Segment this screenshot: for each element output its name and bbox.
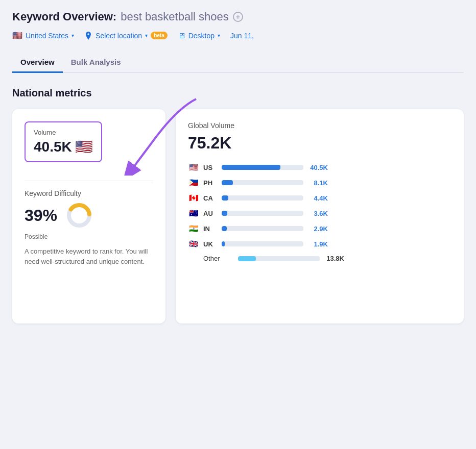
ca-code: CA	[203, 194, 218, 202]
ph-value: 8.1K	[307, 179, 328, 187]
country-row-au: 🇦🇺 AU 3.6K	[188, 209, 451, 218]
country-row-other: Other 13.8K	[188, 255, 451, 262]
country-row-ca: 🇨🇦 CA 4.4K	[188, 193, 451, 203]
us-flag: 🇺🇸	[188, 163, 199, 172]
au-bar-fill	[222, 211, 227, 216]
ca-bar-bg	[222, 195, 303, 201]
uk-value: 1.9K	[307, 240, 328, 248]
volume-card: Volume 40.5K 🇺🇸 Keyword Difficulty 39% P…	[12, 109, 165, 323]
other-bar-bg	[238, 256, 320, 261]
global-volume-title: Global Volume	[188, 121, 451, 130]
tabs-bar: Overview Bulk Analysis	[12, 53, 464, 73]
us-bar-fill	[222, 165, 280, 170]
country-row-ph: 🇵🇭 PH 8.1K	[188, 178, 451, 187]
other-bar-fill	[238, 256, 256, 261]
uk-bar-fill	[222, 241, 225, 246]
us-code: US	[203, 164, 218, 171]
beta-badge: beta	[151, 32, 168, 39]
us-value: 40.5K	[307, 164, 328, 171]
global-volume-value: 75.2K	[188, 134, 451, 153]
country-label: United States	[26, 32, 68, 40]
device-filter[interactable]: 🖥 Desktop ▾	[178, 31, 220, 40]
volume-label: Volume	[34, 129, 93, 136]
ca-flag: 🇨🇦	[188, 193, 199, 203]
ph-bar-fill	[222, 180, 233, 185]
au-code: AU	[203, 210, 218, 217]
kd-donut-chart	[65, 202, 93, 229]
ph-code: PH	[203, 179, 218, 187]
date-label: Jun 11,	[230, 32, 254, 40]
uk-bar-bg	[222, 241, 303, 246]
volume-number: 40.5K	[34, 139, 72, 155]
au-flag: 🇦🇺	[188, 209, 199, 218]
title-prefix: Keyword Overview:	[12, 10, 116, 23]
volume-box: Volume 40.5K 🇺🇸	[25, 121, 102, 162]
desktop-icon: 🖥	[178, 31, 185, 40]
device-label: Desktop	[188, 32, 215, 40]
in-code: IN	[203, 225, 218, 233]
add-keyword-icon[interactable]: +	[233, 12, 243, 22]
us-flag-icon: 🇺🇸	[12, 31, 22, 40]
ph-flag: 🇵🇭	[188, 178, 199, 187]
in-bar-bg	[222, 226, 303, 231]
country-row-in: 🇮🇳 IN 2.9K	[188, 224, 451, 233]
au-bar-bg	[222, 211, 303, 216]
other-value: 13.8K	[324, 255, 344, 262]
svg-point-3	[73, 209, 85, 221]
other-label: Other	[203, 255, 234, 262]
keyword-text: best basketball shoes	[121, 10, 229, 23]
tab-bulk-analysis[interactable]: Bulk Analysis	[63, 53, 129, 73]
device-chevron-icon: ▾	[218, 33, 220, 38]
country-row-uk: 🇬🇧 UK 1.9K	[188, 239, 451, 248]
kd-label: Keyword Difficulty	[25, 189, 153, 197]
country-chevron-icon: ▾	[72, 33, 74, 38]
kd-description: A competitive keyword to rank for. You w…	[25, 246, 153, 266]
ph-bar-bg	[222, 180, 303, 185]
volume-value: 40.5K 🇺🇸	[34, 138, 93, 155]
filters-bar: 🇺🇸 United States ▾ Select location ▾ bet…	[12, 31, 464, 40]
country-filter[interactable]: 🇺🇸 United States ▾	[12, 31, 74, 40]
kd-row: 39%	[25, 202, 153, 229]
location-chevron-icon: ▾	[145, 33, 148, 38]
us-bar-bg	[222, 165, 303, 170]
au-value: 3.6K	[307, 210, 328, 217]
location-label: Select location	[96, 32, 142, 40]
us-flag-small: 🇺🇸	[75, 138, 93, 155]
location-pin-icon	[84, 32, 92, 40]
location-filter[interactable]: Select location ▾ beta	[84, 32, 168, 40]
cards-row: Volume 40.5K 🇺🇸 Keyword Difficulty 39% P…	[12, 109, 464, 323]
uk-flag: 🇬🇧	[188, 239, 199, 248]
page-title: Keyword Overview: best basketball shoes …	[12, 10, 464, 23]
global-volume-card: Global Volume 75.2K 🇺🇸 US 40.5K 🇵🇭 PH	[176, 109, 464, 323]
kd-percent: 39%	[25, 206, 57, 225]
card-divider	[25, 181, 153, 181]
tab-overview[interactable]: Overview	[12, 53, 63, 73]
in-flag: 🇮🇳	[188, 224, 199, 233]
section-title: National metrics	[12, 87, 464, 99]
country-list: 🇺🇸 US 40.5K 🇵🇭 PH 8.1K 🇨🇦	[188, 163, 451, 262]
ca-bar-fill	[222, 195, 228, 201]
uk-code: UK	[203, 240, 218, 248]
kd-possible-label: Possible	[25, 233, 153, 240]
page-wrapper: Keyword Overview: best basketball shoes …	[0, 0, 476, 334]
date-filter[interactable]: Jun 11,	[230, 32, 254, 40]
ca-value: 4.4K	[307, 194, 328, 202]
in-value: 2.9K	[307, 225, 328, 233]
in-bar-fill	[222, 226, 227, 231]
country-row-us: 🇺🇸 US 40.5K	[188, 163, 451, 172]
